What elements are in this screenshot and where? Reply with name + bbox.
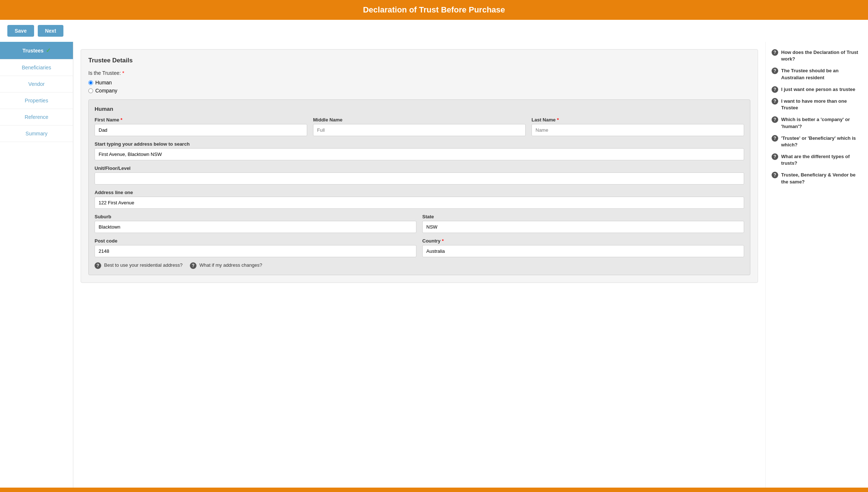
save-button[interactable]: Save xyxy=(7,25,34,37)
faq-address-change-link[interactable]: ? What if my address changes? xyxy=(190,262,262,269)
faq-address-icon: ? xyxy=(95,262,101,269)
name-row: First Name * Middle Name Last Name * xyxy=(95,117,744,136)
faq-icon-faq6: ? xyxy=(772,135,778,142)
address-search-label: Start typing your address below to searc… xyxy=(95,141,744,147)
form-card-title: Trustee Details xyxy=(88,57,750,64)
faq-icon-faq1: ? xyxy=(772,49,778,56)
faq-item-faq1[interactable]: ? How does the Declaration of Trust work… xyxy=(772,49,862,62)
faq-item-faq6[interactable]: ? 'Trustee' or 'Beneficiary' which is wh… xyxy=(772,135,862,148)
faq-text-faq8: Trustee, Beneficiary & Vendor be the sam… xyxy=(781,172,862,185)
trustee-question: Is the Trustee: * xyxy=(88,70,750,76)
bottom-faq-row: ? Best to use your residential address? … xyxy=(95,262,744,269)
content-area: Trustee Details Is the Trustee: * Human … xyxy=(73,42,765,492)
middle-name-group: Middle Name xyxy=(313,117,526,136)
faq-text-faq4: I want to have more than one Trustee xyxy=(781,98,862,111)
header-title: Declaration of Trust Before Purchase xyxy=(363,5,505,14)
required-indicator: * xyxy=(122,70,124,76)
postcode-label: Post code xyxy=(95,238,416,244)
unit-floor-label: Unit/Floor/Level xyxy=(95,165,744,171)
faq-item-faq4[interactable]: ? I want to have more than one Trustee xyxy=(772,98,862,111)
address-search-group: Start typing your address below to searc… xyxy=(95,141,744,160)
faq-text-faq2: The Trustee should be an Australian resi… xyxy=(781,68,862,81)
address-line-one-group: Address line one xyxy=(95,190,744,209)
sidebar-item-reference[interactable]: Reference xyxy=(0,109,73,125)
next-button[interactable]: Next xyxy=(38,25,63,37)
human-subsection: Human First Name * Middle Name xyxy=(88,99,750,275)
page-header: Declaration of Trust Before Purchase xyxy=(0,0,868,20)
faq-icon-faq2: ? xyxy=(772,68,778,74)
sidebar-item-beneficiaries-label: Beneficiaries xyxy=(22,65,51,70)
sidebar-item-properties[interactable]: Properties xyxy=(0,92,73,109)
country-label: Country * xyxy=(422,238,744,244)
state-group: State xyxy=(422,214,744,233)
faq-text-faq6: 'Trustee' or 'Beneficiary' which is whic… xyxy=(781,135,862,148)
state-label: State xyxy=(422,214,744,219)
faq-icon-faq7: ? xyxy=(772,153,778,160)
address-line-one-label: Address line one xyxy=(95,190,744,195)
sub-section-title: Human xyxy=(95,106,744,112)
trustee-details-card: Trustee Details Is the Trustee: * Human … xyxy=(81,49,758,283)
trustee-human-radio[interactable] xyxy=(88,80,93,85)
trustee-company-label: Company xyxy=(95,88,117,94)
trustee-human-option[interactable]: Human xyxy=(88,80,750,85)
unit-floor-group: Unit/Floor/Level xyxy=(95,165,744,185)
suburb-input[interactable] xyxy=(95,221,416,233)
faq-address-text: Best to use your residential address? xyxy=(104,262,183,268)
faq-item-faq5[interactable]: ? Which is better a 'company' or 'human'… xyxy=(772,116,862,130)
postcode-input[interactable] xyxy=(95,245,416,257)
suburb-group: Suburb xyxy=(95,214,416,233)
sidebar-item-trustees-label: Trustees xyxy=(22,48,44,54)
middle-name-input[interactable] xyxy=(313,124,526,136)
faq-icon-faq3: ? xyxy=(772,86,778,93)
faq-icon-faq4: ? xyxy=(772,98,778,105)
toolbar: Save Next xyxy=(0,20,868,42)
last-name-input[interactable] xyxy=(532,124,744,136)
postcode-country-row: Post code Country * xyxy=(95,238,744,257)
faq-icon-faq5: ? xyxy=(772,116,778,123)
state-input[interactable] xyxy=(422,221,744,233)
faq-item-faq2[interactable]: ? The Trustee should be an Australian re… xyxy=(772,68,862,81)
unit-floor-input[interactable] xyxy=(95,172,744,185)
first-name-label: First Name * xyxy=(95,117,307,123)
faq-text-faq7: What are the different types of trusts? xyxy=(781,153,862,167)
address-line-one-input[interactable] xyxy=(95,197,744,209)
last-name-label: Last Name * xyxy=(532,117,744,123)
first-name-input[interactable] xyxy=(95,124,307,136)
faq-item-faq7[interactable]: ? What are the different types of trusts… xyxy=(772,153,862,167)
faq-text-faq5: Which is better a 'company' or 'human'? xyxy=(781,116,862,130)
country-group: Country * xyxy=(422,238,744,257)
bottom-bar xyxy=(0,488,868,492)
middle-name-label: Middle Name xyxy=(313,117,526,123)
faq-address-link[interactable]: ? Best to use your residential address? xyxy=(95,262,183,269)
suburb-label: Suburb xyxy=(95,214,416,219)
sidebar-item-properties-label: Properties xyxy=(25,98,48,103)
faq-icon-faq8: ? xyxy=(772,172,778,178)
suburb-state-row: Suburb State xyxy=(95,214,744,233)
sidebar: Trustees ✓ Beneficiaries Vendor Properti… xyxy=(0,42,73,492)
first-name-group: First Name * xyxy=(95,117,307,136)
right-panel: ? How does the Declaration of Trust work… xyxy=(765,42,868,492)
trustee-human-label: Human xyxy=(95,80,112,85)
faq-text-faq1: How does the Declaration of Trust work? xyxy=(781,49,862,62)
country-input[interactable] xyxy=(422,245,744,257)
sidebar-item-summary[interactable]: Summary xyxy=(0,125,73,142)
last-name-group: Last Name * xyxy=(532,117,744,136)
faq-item-faq3[interactable]: ? I just want one person as trustee xyxy=(772,86,862,93)
sidebar-item-beneficiaries[interactable]: Beneficiaries xyxy=(0,59,73,76)
faq-item-faq8[interactable]: ? Trustee, Beneficiary & Vendor be the s… xyxy=(772,172,862,185)
sidebar-item-trustees[interactable]: Trustees ✓ xyxy=(0,42,73,59)
faq-list: ? How does the Declaration of Trust work… xyxy=(772,49,862,185)
sidebar-item-summary-label: Summary xyxy=(26,131,48,136)
faq-text-faq3: I just want one person as trustee xyxy=(781,86,855,93)
trustee-type-radio-group: Human Company xyxy=(88,80,750,94)
trustees-checkmark: ✓ xyxy=(46,47,51,54)
trustee-company-option[interactable]: Company xyxy=(88,88,750,94)
sidebar-item-vendor[interactable]: Vendor xyxy=(0,76,73,92)
address-search-input[interactable] xyxy=(95,148,744,160)
trustee-company-radio[interactable] xyxy=(88,88,93,93)
faq-address-change-icon: ? xyxy=(190,262,196,269)
sidebar-item-vendor-label: Vendor xyxy=(28,81,44,87)
faq-address-change-text: What if my address changes? xyxy=(199,262,262,268)
postcode-group: Post code xyxy=(95,238,416,257)
sidebar-item-reference-label: Reference xyxy=(25,114,48,120)
